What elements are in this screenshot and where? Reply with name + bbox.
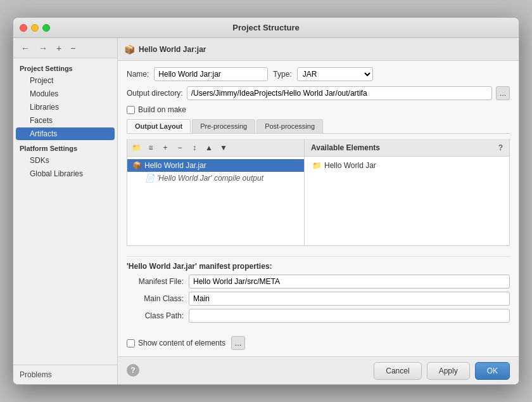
main-class-label: Main Class:	[127, 294, 184, 303]
content-area: ← → + − Project Settings Project Modules…	[13, 38, 519, 384]
down-btn[interactable]: ▼	[217, 141, 230, 154]
main-panel: 📦 Hello World Jar:jar Name: Type: JAR Ou…	[118, 38, 519, 384]
cancel-button[interactable]: Cancel	[374, 362, 421, 380]
right-panel-content: 📁 Hello World Jar	[305, 157, 509, 245]
folder-icon: 📁	[312, 161, 322, 170]
sort-btn[interactable]: ↕	[188, 141, 201, 154]
tab-pre-processing[interactable]: Pre-processing	[192, 119, 255, 133]
sidebar-item-facets[interactable]: Facets	[16, 114, 115, 127]
manifest-section: 'Hello World Jar.jar' manifest propertie…	[127, 256, 510, 331]
main-class-row: Main Class:	[127, 292, 510, 306]
sidebar-item-sdks[interactable]: SDKs	[16, 154, 115, 167]
sidebar-nav: Project Settings Project Modules Librari…	[13, 58, 117, 365]
name-label: Name:	[127, 70, 149, 79]
manifest-file-row: Manifest File:	[127, 275, 510, 289]
output-dir-label: Output directory:	[127, 89, 183, 98]
minimize-button[interactable]	[31, 24, 39, 32]
tree-item-jar[interactable]: 📦 Hello World Jar.jar	[127, 159, 304, 172]
left-panel: 📁 ≡ + − ↕ ▲ ▼ 📦 Hello World Jar.jar	[127, 139, 305, 245]
up-btn[interactable]: ▲	[203, 141, 215, 154]
type-select[interactable]: JAR	[297, 67, 373, 81]
left-panel-toolbar: 📁 ≡ + − ↕ ▲ ▼	[127, 139, 304, 157]
panel-area: 📁 ≡ + − ↕ ▲ ▼ 📦 Hello World Jar.jar	[127, 139, 510, 246]
class-path-input[interactable]	[189, 309, 510, 323]
build-on-make-row: Build on make	[127, 105, 510, 114]
manifest-file-label: Manifest File:	[127, 277, 184, 286]
build-on-make-checkbox[interactable]	[127, 106, 135, 114]
sidebar-toolbar: ← → + −	[13, 38, 117, 58]
show-content-checkbox[interactable]	[127, 339, 135, 347]
sidebar-remove-button[interactable]: −	[68, 42, 78, 55]
manifest-title: 'Hello World Jar.jar' manifest propertie…	[127, 262, 510, 271]
close-button[interactable]	[20, 24, 27, 32]
show-content-row: Show content of elements …	[127, 336, 510, 350]
jar-file-icon: 📦	[124, 44, 135, 55]
tabs-bar: Output Layout Pre-processing Post-proces…	[127, 119, 510, 134]
type-label: Type:	[273, 70, 291, 79]
sidebar-item-modules[interactable]: Modules	[16, 88, 115, 100]
manifest-file-input[interactable]	[189, 275, 510, 289]
tab-output-layout[interactable]: Output Layout	[127, 119, 191, 133]
remove-btn[interactable]: −	[174, 141, 186, 154]
sidebar-add-button[interactable]: +	[54, 42, 64, 55]
available-elements-label: Available Elements	[311, 143, 380, 152]
main-class-input[interactable]	[189, 292, 510, 306]
left-tree: 📦 Hello World Jar.jar 📄 'Hello World Jar…	[127, 157, 304, 245]
list-btn[interactable]: ≡	[144, 141, 157, 154]
browse-button[interactable]: …	[496, 86, 510, 100]
apply-button[interactable]: Apply	[427, 362, 470, 380]
right-panel-header: Available Elements ?	[305, 139, 509, 157]
folder-btn[interactable]: 📁	[130, 141, 142, 154]
available-item-label: Hello World Jar	[324, 161, 376, 170]
help-button[interactable]: ?	[127, 364, 139, 377]
add-btn[interactable]: +	[159, 141, 172, 154]
build-on-make-label: Build on make	[138, 105, 186, 114]
sidebar-item-libraries[interactable]: Libraries	[16, 101, 115, 113]
traffic-lights	[20, 24, 50, 32]
sidebar-item-artifacts[interactable]: Artifacts	[16, 127, 115, 140]
maximize-button[interactable]	[42, 24, 50, 32]
project-settings-label: Project Settings	[13, 61, 117, 74]
right-panel: Available Elements ? 📁 Hello World Jar	[305, 139, 509, 245]
name-input[interactable]	[154, 67, 268, 81]
available-tree-item[interactable]: 📁 Hello World Jar	[310, 159, 504, 172]
problems-section[interactable]: Problems	[13, 365, 117, 384]
compile-icon: 📄	[145, 174, 155, 183]
artifact-name-label: Hello World Jar:jar	[139, 45, 206, 54]
problems-label: Problems	[20, 370, 52, 379]
ok-button[interactable]: OK	[475, 362, 510, 380]
main-content: Name: Type: JAR Output directory: … B	[118, 61, 519, 356]
nav-forward-button[interactable]: →	[36, 42, 50, 55]
sidebar-item-project[interactable]: Project	[16, 74, 115, 87]
help-icon[interactable]: ?	[498, 143, 503, 152]
tree-item-compile-label: 'Hello World Jar' compile output	[157, 174, 263, 183]
output-dir-input[interactable]	[187, 86, 492, 100]
show-content-label: Show content of elements	[138, 339, 225, 347]
platform-settings-label: Platform Settings	[13, 141, 117, 153]
titlebar: Project Structure	[13, 18, 519, 38]
output-dir-row: Output directory: …	[127, 86, 510, 100]
sidebar-item-global-libraries[interactable]: Global Libraries	[16, 167, 115, 180]
name-type-row: Name: Type: JAR	[127, 67, 510, 81]
class-path-label: Class Path:	[127, 311, 184, 320]
class-path-row: Class Path:	[127, 309, 510, 323]
window-title: Project Structure	[232, 23, 299, 32]
bottom-bar: Cancel Apply OK	[118, 356, 519, 384]
artifact-toolbar: 📦 Hello World Jar:jar	[118, 38, 519, 61]
tree-item-jar-label: Hello World Jar.jar	[144, 161, 206, 170]
show-content-options-button[interactable]: …	[231, 336, 245, 350]
nav-back-button[interactable]: ←	[18, 42, 32, 55]
sidebar: ← → + − Project Settings Project Modules…	[13, 38, 118, 384]
tab-post-processing[interactable]: Post-processing	[256, 119, 323, 133]
jar-icon: 📦	[132, 161, 142, 170]
project-structure-window: Project Structure ← → + − Project Settin…	[13, 17, 519, 385]
tree-item-compile[interactable]: 📄 'Hello World Jar' compile output	[127, 172, 304, 185]
